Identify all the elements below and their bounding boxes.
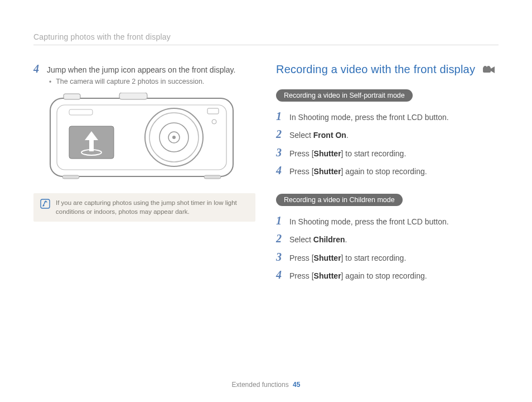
step-number: 4 — [276, 165, 285, 176]
step-text: Jump when the jump icon appears on the f… — [47, 63, 235, 75]
camera-icon — [47, 93, 236, 182]
step-text: In Shooting mode, press the front LCD bu… — [289, 215, 449, 227]
page: Capturing photos with the front display … — [0, 0, 532, 402]
footer-section: Extended functions — [232, 381, 289, 389]
step: 2Select Front On. — [276, 128, 499, 141]
children-steps: 1In Shooting mode, press the front LCD b… — [276, 215, 499, 281]
bullet-text: The camera will capture 2 photos in succ… — [56, 78, 204, 85]
note-text: If you are capturing photos using the ju… — [56, 199, 249, 216]
selfportrait-block: Recording a video in Self-portrait mode … — [276, 89, 499, 177]
note-info-icon — [40, 199, 50, 209]
step-4-bullet: • The camera will capture 2 photos in su… — [49, 78, 256, 87]
step: 1In Shooting mode, press the front LCD b… — [276, 215, 499, 227]
right-column: Recording a video with the front display… — [276, 63, 499, 298]
step-text: Select Children. — [289, 233, 347, 245]
children-block: Recording a video in Children mode 1In S… — [276, 194, 499, 281]
svg-point-14 — [212, 119, 216, 124]
page-footer: Extended functions 45 — [0, 381, 532, 389]
step: 4Press [Shutter] again to stop recording… — [276, 165, 499, 177]
step-bold: Shutter — [314, 167, 341, 176]
step-text: Select Front On. — [289, 128, 349, 141]
content-columns: 4 Jump when the jump icon appears on the… — [33, 63, 499, 298]
svg-rect-3 — [119, 93, 147, 99]
step: 3Press [Shutter] to start recording. — [276, 251, 499, 264]
section-title-text: Recording a video with the front display — [276, 63, 475, 76]
svg-rect-17 — [204, 175, 221, 179]
bullet-dot-icon: • — [49, 78, 51, 87]
step-bold: Shutter — [314, 253, 341, 262]
step-number: 4 — [276, 269, 285, 280]
svg-rect-16 — [62, 175, 79, 179]
svg-point-12 — [172, 136, 176, 139]
step-bold: Shutter — [314, 149, 341, 158]
step-number: 1 — [276, 111, 285, 122]
step-bold: Front On — [313, 131, 346, 140]
children-pill: Recording a video in Children mode — [276, 194, 403, 206]
left-column: 4 Jump when the jump icon appears on the… — [33, 63, 256, 298]
svg-rect-2 — [64, 94, 80, 99]
step: 3Press [Shutter] to start recording. — [276, 147, 499, 159]
step-text: Press [Shutter] to start recording. — [289, 251, 406, 264]
video-camera-icon — [483, 66, 495, 74]
step-text: Press [Shutter] again to stop recording. — [289, 165, 427, 177]
step-number: 1 — [276, 215, 285, 226]
svg-point-22 — [487, 66, 490, 69]
step-number: 3 — [276, 251, 285, 262]
step: 4Press [Shutter] again to stop recording… — [276, 269, 499, 281]
section-title: Recording a video with the front display — [276, 63, 499, 76]
step-4: 4 Jump when the jump icon appears on the… — [33, 63, 256, 75]
step-bold: Shutter — [314, 271, 341, 280]
selfportrait-steps: 1In Shooting mode, press the front LCD b… — [276, 111, 499, 177]
svg-rect-15 — [69, 109, 93, 115]
step-text: In Shooting mode, press the front LCD bu… — [289, 111, 449, 123]
svg-rect-6 — [89, 139, 94, 151]
step-bold: Children — [313, 235, 345, 244]
step-number: 2 — [276, 128, 285, 140]
step: 2Select Children. — [276, 233, 499, 245]
step: 1In Shooting mode, press the front LCD b… — [276, 111, 499, 123]
footer-page-number: 45 — [293, 381, 300, 389]
svg-rect-13 — [207, 108, 219, 114]
svg-marker-20 — [491, 66, 495, 73]
breadcrumb-header: Capturing photos with the front display — [33, 32, 499, 45]
selfportrait-pill: Recording a video in Self-portrait mode — [276, 89, 413, 102]
note-box: If you are capturing photos using the ju… — [33, 193, 255, 222]
step-number: 4 — [33, 63, 42, 74]
step-text: Press [Shutter] again to stop recording. — [289, 269, 427, 281]
svg-rect-18 — [41, 199, 50, 208]
step-number: 3 — [276, 147, 285, 158]
step-text: Press [Shutter] to start recording. — [289, 147, 406, 159]
step-number: 2 — [276, 233, 285, 244]
svg-point-21 — [483, 66, 487, 69]
camera-illustration — [47, 93, 256, 184]
